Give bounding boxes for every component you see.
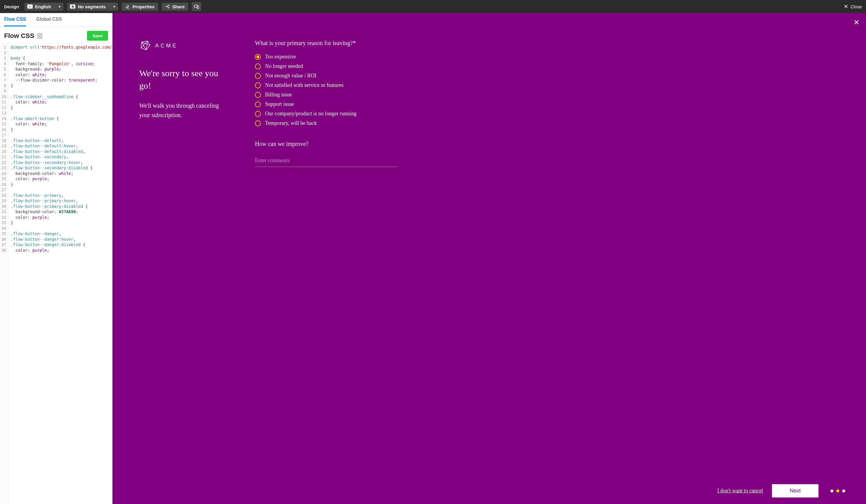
option-label: No longer needed xyxy=(265,63,303,69)
next-button[interactable]: Next xyxy=(772,484,819,497)
top-toolbar: Design A English ▾ ▤ No segments ▾ Prope… xyxy=(0,0,866,13)
segments-dropdown-label: No segments xyxy=(78,4,106,9)
logo-icon xyxy=(139,40,151,51)
close-button[interactable]: ✕ Close xyxy=(844,3,862,10)
comments-input[interactable] xyxy=(255,156,397,167)
segments-dropdown[interactable]: ▤ No segments ▾ xyxy=(67,3,118,11)
option-label: Support issue xyxy=(265,101,294,107)
option-label: Temporary, will be back xyxy=(265,120,317,126)
svg-point-1 xyxy=(168,5,169,6)
radio-icon xyxy=(255,92,261,98)
radio-icon xyxy=(255,64,261,69)
language-dropdown-label: English xyxy=(35,4,51,9)
radio-icon xyxy=(255,101,261,107)
option-row[interactable]: Too expensive xyxy=(255,54,397,60)
options-list: Too expensiveNo longer neededNot enough … xyxy=(255,54,397,126)
preview-subheadline: We'll walk you through canceling your su… xyxy=(139,101,225,120)
panel-title-text: Flow CSS xyxy=(4,32,34,40)
save-button[interactable]: Save xyxy=(87,31,108,41)
chevron-down-icon: ▾ xyxy=(113,5,115,9)
step-dot[interactable] xyxy=(830,490,833,492)
code-content[interactable]: @import url('https://fonts.googleapis.co… xyxy=(8,43,112,504)
step-dots xyxy=(830,490,845,492)
option-row[interactable]: Our company/product is no longer running xyxy=(255,111,397,117)
option-row[interactable]: No longer needed xyxy=(255,63,397,69)
option-label: Not satisfied with service or features xyxy=(265,82,343,88)
svg-point-0 xyxy=(166,6,167,7)
tab-flow-css[interactable]: Flow CSS xyxy=(4,13,26,26)
svg-rect-3 xyxy=(195,5,198,8)
design-label: Design xyxy=(4,4,19,9)
line-gutter: 1234567891011121314151617181920212223242… xyxy=(0,43,8,504)
option-row[interactable]: Not satisfied with service or features xyxy=(255,82,397,88)
panel-title: Flow CSS xyxy=(4,32,42,40)
flow-preview: ✕ ACME We're sorry to see you go! We'll … xyxy=(112,13,866,504)
option-row[interactable]: Temporary, will be back xyxy=(255,120,397,126)
preview-logo: ACME xyxy=(139,40,225,51)
option-label: Too expensive xyxy=(265,54,296,60)
option-label: Billing issue xyxy=(265,92,292,98)
preview-headline: We're sorry to see you go! xyxy=(139,67,225,92)
radio-icon xyxy=(255,73,261,79)
share-button[interactable]: Share xyxy=(162,3,188,11)
css-tabs: Flow CSS Global CSS xyxy=(0,13,112,27)
svg-point-2 xyxy=(168,8,169,8)
cancel-link[interactable]: I don't want to cancel xyxy=(717,488,763,494)
logo-text: ACME xyxy=(155,43,178,49)
preview-close-icon[interactable]: ✕ xyxy=(854,19,859,27)
option-row[interactable]: Support issue xyxy=(255,101,397,107)
code-editor[interactable]: 1234567891011121314151617181920212223242… xyxy=(0,43,112,504)
document-icon xyxy=(37,33,42,39)
devices-button[interactable] xyxy=(192,2,201,11)
option-label: Not enough value / ROI xyxy=(265,73,317,79)
segments-icon: ▤ xyxy=(70,4,75,9)
radio-icon xyxy=(255,82,261,88)
edit-icon xyxy=(125,4,130,9)
close-icon: ✕ xyxy=(844,3,848,10)
step-dot[interactable] xyxy=(836,490,839,492)
properties-button[interactable]: Properties xyxy=(122,3,158,11)
properties-label: Properties xyxy=(132,4,154,9)
option-row[interactable]: Not enough value / ROI xyxy=(255,73,397,79)
radio-icon xyxy=(255,121,261,126)
question-improve: How can we improve? xyxy=(255,140,397,147)
chevron-down-icon: ▾ xyxy=(59,5,60,9)
radio-icon xyxy=(255,54,261,60)
question-primary-reason: What is your primary reason for leaving?… xyxy=(255,40,397,47)
share-icon xyxy=(165,4,170,9)
language-icon: A xyxy=(27,4,33,9)
share-label: Share xyxy=(173,4,185,9)
option-row[interactable]: Billing issue xyxy=(255,92,397,98)
left-panel: Flow CSS Global CSS Flow CSS Save 123456… xyxy=(0,13,112,504)
step-dot[interactable] xyxy=(842,490,845,492)
tab-global-css[interactable]: Global CSS xyxy=(36,13,62,26)
devices-icon xyxy=(194,4,199,9)
close-label: Close xyxy=(851,4,862,9)
language-dropdown[interactable]: A English ▾ xyxy=(24,3,64,11)
option-label: Our company/product is no longer running xyxy=(265,111,356,117)
radio-icon xyxy=(255,111,261,117)
